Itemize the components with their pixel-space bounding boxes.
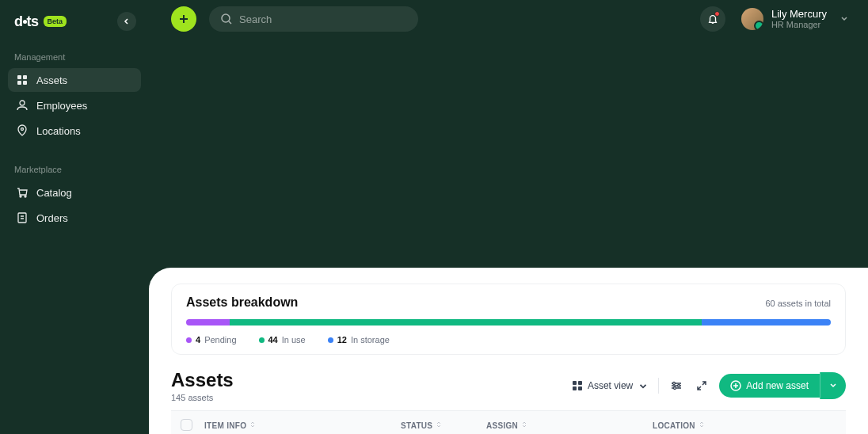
add-quick-button[interactable]: [171, 6, 196, 32]
sidebar-item-assets[interactable]: Assets: [8, 68, 141, 92]
svg-point-0: [222, 14, 230, 22]
view-switcher[interactable]: Asset view: [572, 377, 649, 394]
chevron-down-icon: [828, 380, 838, 390]
sidebar-section-marketplace: Marketplace: [8, 165, 141, 174]
breakdown-total: 60 assets in total: [765, 299, 831, 308]
search-input[interactable]: [239, 13, 407, 25]
chevron-left-icon: [123, 17, 131, 25]
svg-point-6: [21, 128, 24, 131]
svg-point-8: [25, 196, 26, 197]
svg-point-14: [673, 383, 676, 385]
breakdown-bar: [186, 319, 831, 326]
add-asset-dropdown[interactable]: [820, 372, 846, 399]
chevron-down-icon: [839, 12, 849, 26]
svg-rect-2: [23, 75, 27, 79]
sidebar-item-orders[interactable]: Orders: [8, 206, 141, 230]
chevron-down-icon: [638, 380, 649, 391]
legend-inuse: 44In use: [259, 335, 306, 345]
sidebar-item-label: Locations: [36, 125, 81, 137]
beta-badge: Beta: [44, 16, 67, 27]
breakdown-title: Assets breakdown: [186, 295, 298, 310]
person-icon: [16, 99, 29, 112]
select-all-checkbox[interactable]: [181, 419, 192, 431]
pin-icon: [16, 124, 29, 137]
sidebar-item-label: Orders: [36, 212, 68, 224]
breakdown-card: Assets breakdown 60 assets in total 4Pen…: [171, 284, 846, 355]
avatar: [741, 8, 763, 30]
notification-dot: [714, 11, 720, 17]
plus-icon: [177, 13, 190, 25]
user-menu[interactable]: Lily Mercury HR Manager: [738, 8, 852, 31]
table-header: ITEM INFO STATUS ASSIGN LOCATION: [171, 410, 846, 434]
col-status[interactable]: STATUS: [401, 421, 486, 430]
sidebar-item-catalog[interactable]: Catalog: [8, 181, 141, 204]
col-assign[interactable]: ASSIGN: [486, 421, 653, 430]
svg-point-7: [20, 196, 21, 197]
expand-icon: [695, 379, 708, 392]
notifications-button[interactable]: [700, 6, 725, 32]
user-name: Lily Mercury: [771, 8, 827, 21]
svg-point-15: [678, 385, 680, 387]
add-asset-button[interactable]: Add new asset: [719, 374, 820, 398]
col-item-info[interactable]: ITEM INFO: [204, 421, 401, 430]
sidebar-item-label: Employees: [36, 100, 87, 112]
page-title: Assets: [171, 369, 234, 391]
grid-icon: [572, 380, 583, 391]
svg-rect-3: [17, 81, 21, 85]
page-subtitle: 145 assets: [171, 393, 234, 402]
legend-instorage: 12In storage: [328, 335, 390, 345]
collapse-sidebar-button[interactable]: [117, 12, 136, 31]
svg-point-5: [20, 101, 25, 105]
sort-icon: [435, 421, 443, 428]
svg-rect-11: [578, 381, 582, 385]
svg-point-16: [674, 387, 676, 390]
svg-rect-4: [23, 81, 27, 85]
expand-button[interactable]: [694, 378, 710, 394]
grid-icon: [16, 74, 29, 86]
sliders-icon: [670, 379, 683, 392]
sidebar-section-management: Management: [8, 52, 141, 62]
sort-icon: [520, 421, 528, 428]
svg-rect-9: [18, 213, 26, 223]
sidebar-item-locations[interactable]: Locations: [8, 119, 141, 143]
search-field[interactable]: [209, 6, 418, 32]
search-icon: [220, 13, 233, 25]
svg-rect-13: [578, 386, 582, 390]
sidebar-item-label: Assets: [36, 74, 67, 86]
svg-rect-10: [573, 381, 577, 385]
sort-icon: [249, 421, 257, 428]
user-role: HR Manager: [771, 20, 827, 30]
document-icon: [16, 211, 29, 224]
sidebar-item-employees[interactable]: Employees: [8, 93, 141, 117]
legend-pending: 4Pending: [186, 335, 237, 345]
col-location[interactable]: LOCATION: [653, 421, 814, 430]
svg-rect-12: [573, 386, 577, 390]
filter-button[interactable]: [668, 378, 684, 394]
plus-circle-icon: [730, 380, 741, 391]
cart-icon: [16, 186, 29, 199]
brand-logo: dts: [14, 13, 39, 30]
sidebar-item-label: Catalog: [36, 187, 72, 199]
svg-rect-1: [17, 75, 21, 79]
sort-icon: [698, 421, 706, 428]
